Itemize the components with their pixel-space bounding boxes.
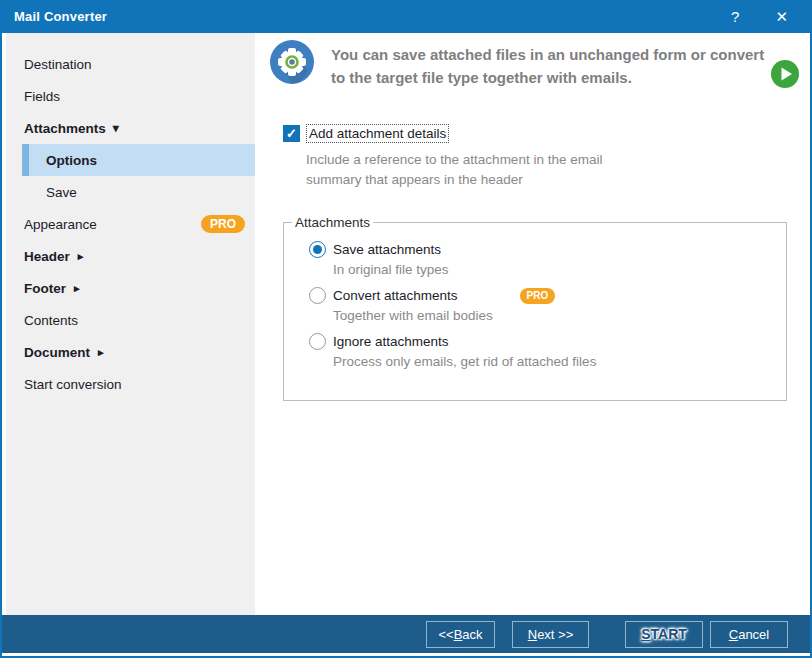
- radio-description: In original file types: [333, 262, 786, 277]
- button-label: ext >>: [537, 627, 573, 642]
- sidebar-item-header[interactable]: Header ▸: [6, 240, 255, 272]
- button-accesskey: S: [641, 626, 650, 642]
- sidebar-item-label: Fields: [24, 89, 60, 104]
- pro-badge: PRO: [520, 288, 556, 304]
- radio-convert-attachments[interactable]: Convert attachments PRO: [309, 287, 786, 304]
- radio-description: Together with email bodies: [333, 308, 786, 323]
- sidebar-item-destination[interactable]: Destination: [6, 48, 255, 80]
- button-label: TART: [651, 626, 687, 642]
- radio-label[interactable]: Ignore attachments: [333, 334, 449, 349]
- next-button[interactable]: Next >>: [512, 621, 589, 648]
- sidebar: Destination Fields Attachments ▾ Options…: [6, 33, 255, 615]
- radio-ignore-attachments[interactable]: Ignore attachments: [309, 333, 786, 350]
- radio-description: Process only emails, get rid of attached…: [333, 354, 786, 369]
- button-label: ack: [462, 627, 482, 642]
- attachments-groupbox: Attachments Save attachments In original…: [283, 215, 787, 401]
- gear-icon: [270, 40, 314, 88]
- radio-label[interactable]: Save attachments: [333, 242, 441, 257]
- radio-dot: [313, 245, 322, 254]
- sidebar-item-label: Start conversion: [24, 377, 122, 392]
- sidebar-item-appearance[interactable]: Appearance PRO: [6, 208, 255, 240]
- groupbox-title: Attachments: [292, 215, 373, 230]
- sidebar-item-label: Contents: [24, 313, 78, 328]
- button-accesskey: C: [729, 627, 738, 642]
- radio-button-icon[interactable]: [309, 333, 326, 350]
- button-accesskey: N: [528, 627, 537, 642]
- pro-badge: PRO: [201, 215, 245, 233]
- cancel-button[interactable]: Cancel: [710, 621, 788, 648]
- radio-dot: [313, 337, 322, 346]
- sidebar-item-label: Document: [24, 345, 90, 360]
- sidebar-item-save[interactable]: Save: [6, 176, 255, 208]
- sidebar-item-contents[interactable]: Contents: [6, 304, 255, 336]
- titlebar-buttons: ? ✕: [727, 7, 792, 26]
- button-label: <<: [438, 627, 453, 642]
- sidebar-item-start-conversion[interactable]: Start conversion: [6, 368, 255, 400]
- sidebar-item-document[interactable]: Document ▸: [6, 336, 255, 368]
- sidebar-item-attachments[interactable]: Attachments ▾: [6, 112, 255, 144]
- start-button[interactable]: START: [625, 621, 703, 648]
- check-icon: ✓: [286, 127, 297, 140]
- mail-converter-window: Mail Converter ? ✕ Destination Fields At…: [0, 0, 812, 658]
- radio-label[interactable]: Convert attachments: [333, 288, 458, 303]
- radio-dot: [313, 291, 322, 300]
- back-button[interactable]: << Back: [426, 621, 495, 648]
- radio-button-icon[interactable]: [309, 241, 326, 258]
- radio-button-icon[interactable]: [309, 287, 326, 304]
- sidebar-item-label: Destination: [24, 57, 92, 72]
- add-attachment-details-label[interactable]: Add attachment details: [306, 124, 449, 143]
- play-button-icon[interactable]: [771, 60, 799, 92]
- sidebar-item-label: Footer: [24, 281, 66, 296]
- header-row: You can save attached files in an unchan…: [255, 33, 810, 92]
- sidebar-item-label: Attachments: [24, 121, 106, 136]
- add-attachment-details-row[interactable]: ✓ Add attachment details: [283, 124, 810, 143]
- footer-bar: << Back Next >> START Cancel: [2, 615, 810, 653]
- sidebar-item-label: Appearance: [24, 217, 97, 232]
- sidebar-item-label: Header: [24, 249, 70, 264]
- button-label: ancel: [738, 627, 769, 642]
- main-content: You can save attached files in an unchan…: [255, 33, 810, 615]
- sidebar-item-options[interactable]: Options: [22, 144, 255, 176]
- titlebar[interactable]: Mail Converter ? ✕: [2, 0, 810, 33]
- radio-block-convert: Convert attachments PRO Together with em…: [309, 287, 786, 323]
- sidebar-item-label: Options: [46, 153, 97, 168]
- sidebar-item-label: Save: [46, 185, 77, 200]
- help-icon[interactable]: ?: [727, 7, 743, 26]
- radio-block-save: Save attachments In original file types: [309, 241, 786, 277]
- add-attachment-details-checkbox[interactable]: ✓: [283, 125, 300, 142]
- sidebar-item-fields[interactable]: Fields: [6, 80, 255, 112]
- instruction-text: You can save attached files in an unchan…: [331, 43, 771, 90]
- chevron-right-icon: ▸: [98, 346, 104, 359]
- radio-block-ignore: Ignore attachments Process only emails, …: [309, 333, 786, 369]
- chevron-right-icon: ▸: [74, 282, 80, 295]
- chevron-down-icon: ▾: [113, 121, 119, 135]
- radio-save-attachments[interactable]: Save attachments: [309, 241, 786, 258]
- sidebar-item-footer[interactable]: Footer ▸: [6, 272, 255, 304]
- window-title: Mail Converter: [14, 9, 107, 24]
- button-accesskey: B: [454, 627, 463, 642]
- chevron-right-icon: ▸: [78, 250, 84, 263]
- close-icon[interactable]: ✕: [771, 7, 792, 26]
- window-body: Destination Fields Attachments ▾ Options…: [2, 33, 810, 615]
- checkbox-description: Include a reference to the attachment in…: [306, 150, 636, 189]
